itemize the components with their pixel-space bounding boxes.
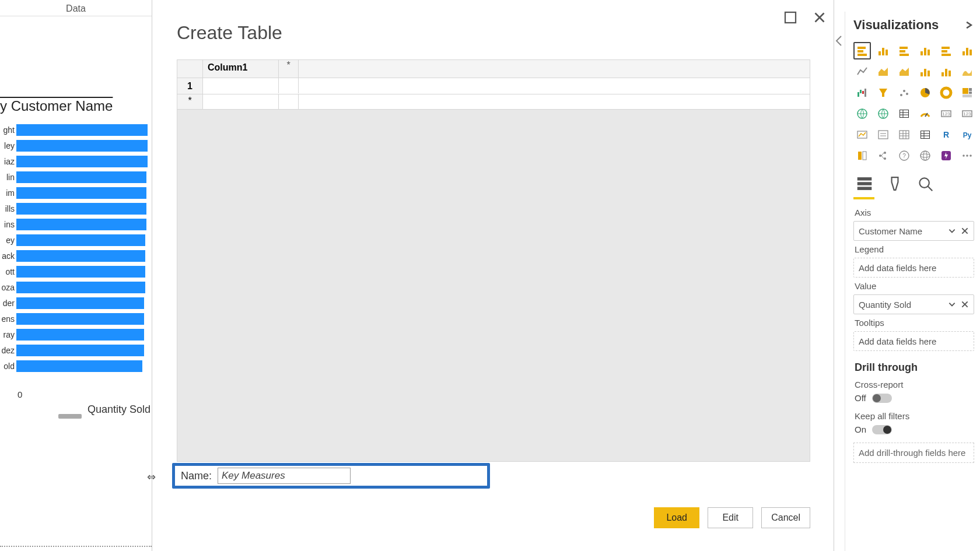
line-icon[interactable] (853, 63, 871, 80)
chart-bar[interactable] (16, 140, 148, 152)
grid-cell-addrow-c1[interactable] (203, 94, 279, 110)
powerapps-icon[interactable] (937, 147, 955, 164)
chart-bar[interactable] (16, 124, 148, 136)
area-icon[interactable] (874, 63, 892, 80)
svg-line-73 (881, 153, 884, 156)
waterfall-icon[interactable] (853, 84, 871, 101)
chart-bar[interactable] (16, 234, 145, 246)
resize-handle-icon[interactable]: ⇔ (147, 471, 156, 483)
keep-filters-state: On (855, 424, 866, 434)
scatter-icon[interactable] (895, 84, 913, 101)
chart-bar[interactable] (16, 187, 146, 199)
chart-bar[interactable] (16, 203, 146, 215)
qa-icon[interactable]: ? (895, 147, 913, 164)
active-tab-underline (853, 197, 874, 199)
arcgis-icon[interactable] (916, 147, 934, 164)
pie-icon[interactable] (916, 84, 934, 101)
stacked-column-icon[interactable] (895, 42, 913, 59)
chart-bar[interactable] (16, 297, 144, 309)
chart-scrollbar[interactable] (58, 414, 82, 419)
fields-tab-icon[interactable] (856, 175, 873, 192)
keep-filters-toggle[interactable] (872, 425, 892, 434)
tooltips-label: Tooltips (855, 318, 974, 328)
clustered-bar-icon[interactable] (916, 42, 934, 59)
100stacked-bar-icon[interactable] (937, 42, 955, 59)
axis-well[interactable]: Customer Name (853, 221, 974, 241)
more-icon[interactable] (958, 147, 976, 164)
chart-category-label: ray (0, 330, 16, 339)
value-well[interactable]: Quantity Sold (853, 294, 974, 314)
format-tab-icon[interactable] (886, 175, 904, 192)
chart-category-label: ills (0, 204, 16, 213)
drill-through-add-well[interactable]: Add drill-through fields here (853, 443, 974, 463)
decomposition-icon[interactable] (874, 147, 892, 164)
chart-bar[interactable] (16, 250, 145, 262)
key-influencers-icon[interactable] (853, 147, 871, 164)
svg-text:Py: Py (963, 131, 972, 139)
svg-rect-3 (858, 47, 866, 49)
load-button[interactable]: Load (654, 507, 699, 528)
grid-cell-r1c1[interactable] (203, 78, 279, 93)
map-icon[interactable] (853, 105, 871, 122)
stacked-bar-icon[interactable] (853, 42, 871, 59)
chart-bar[interactable] (16, 282, 145, 293)
grid-cell-r1-add[interactable] (279, 78, 299, 93)
grid-add-column[interactable]: * (279, 60, 299, 78)
remove-field-icon[interactable] (961, 300, 969, 308)
kpi-icon[interactable] (853, 126, 871, 143)
edit-button[interactable]: Edit (708, 507, 753, 528)
chevron-down-icon[interactable] (948, 300, 956, 308)
chart-category-label: ley (0, 141, 16, 150)
matrix-icon[interactable] (916, 126, 934, 143)
close-icon[interactable] (813, 10, 827, 24)
grid-column-header-1[interactable]: Column1 (203, 60, 279, 78)
multirow-card-icon[interactable]: 123 (958, 105, 976, 122)
svg-rect-4 (858, 50, 863, 52)
table-icon[interactable] (895, 126, 913, 143)
card-icon[interactable]: 123 (937, 105, 955, 122)
chart-bar[interactable] (16, 360, 142, 372)
chart-bar[interactable] (16, 313, 144, 325)
filters-pane-collapsed[interactable] (834, 23, 842, 58)
line-clustered-icon[interactable] (916, 63, 934, 80)
legend-well[interactable]: Add data fields here (853, 258, 974, 278)
chart-bar[interactable] (16, 219, 146, 230)
chart-bar[interactable] (16, 329, 144, 341)
enter-data-grid[interactable]: Column1 * 1 * (177, 59, 810, 462)
grid-cell-addrow-add[interactable] (279, 94, 299, 110)
collapse-pane-icon[interactable] (964, 20, 974, 30)
chart-bar[interactable] (16, 171, 146, 183)
chart-bar[interactable] (16, 156, 148, 167)
chart-bar[interactable] (16, 345, 144, 356)
funnel-icon[interactable] (874, 84, 892, 101)
clustered-column-icon[interactable] (874, 42, 892, 59)
remove-field-icon[interactable] (961, 227, 969, 235)
donut-icon[interactable] (937, 84, 955, 101)
100stacked-column-icon[interactable] (958, 42, 976, 59)
svg-rect-17 (942, 54, 951, 56)
ribbon-icon[interactable] (958, 63, 976, 80)
chart-category-label: dez (0, 346, 16, 355)
shape-map-icon[interactable] (895, 105, 913, 122)
analytics-tab-icon[interactable] (916, 175, 934, 192)
r-visual-icon[interactable]: R (937, 126, 955, 143)
svg-rect-27 (858, 92, 859, 97)
chart-bar[interactable] (16, 266, 145, 278)
chevron-down-icon[interactable] (948, 227, 956, 235)
stacked-area-icon[interactable] (895, 63, 913, 80)
line-stacked-icon[interactable] (937, 63, 955, 80)
slicer-icon[interactable] (874, 126, 892, 143)
python-visual-icon[interactable]: Py (958, 126, 976, 143)
tooltips-well[interactable]: Add data fields here (853, 331, 974, 351)
cancel-button[interactable]: Cancel (761, 507, 810, 528)
treemap-icon[interactable] (958, 84, 976, 101)
cross-report-toggle[interactable] (872, 394, 892, 403)
grid-add-row[interactable]: * (177, 94, 203, 109)
chart-title: y Customer Name (0, 98, 113, 114)
table-name-input[interactable] (218, 468, 351, 484)
svg-point-77 (921, 151, 930, 160)
maximize-icon[interactable] (783, 10, 797, 24)
gauge-icon[interactable] (916, 105, 934, 122)
filled-map-icon[interactable] (874, 105, 892, 122)
svg-rect-26 (949, 71, 951, 76)
